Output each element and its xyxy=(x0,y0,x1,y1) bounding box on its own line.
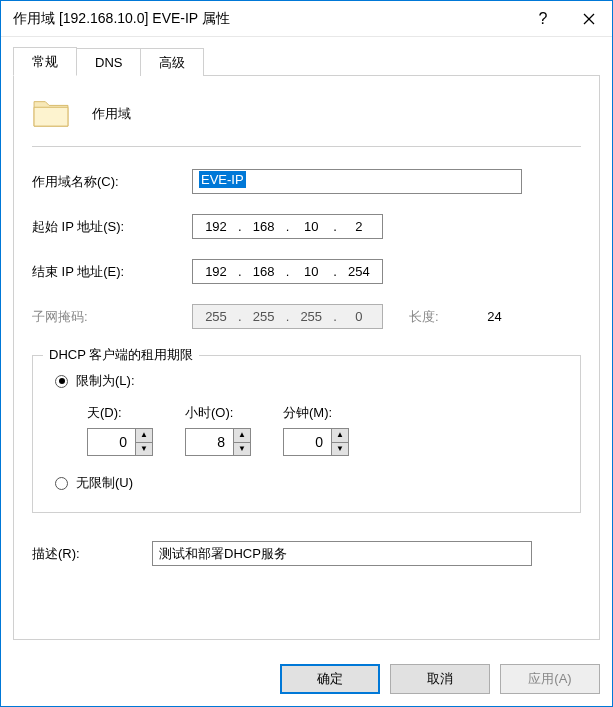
mask-octet-4 xyxy=(338,306,380,327)
start-ip-octet-4[interactable] xyxy=(338,216,380,237)
subnet-mask-label: 子网掩码: xyxy=(32,308,192,326)
apply-button: 应用(A) xyxy=(500,664,600,694)
tab-dns[interactable]: DNS xyxy=(76,48,141,76)
hours-column: 小时(O): ▲ ▼ xyxy=(185,404,251,456)
minutes-label: 分钟(M): xyxy=(283,404,349,422)
radio-unlimited-label: 无限制(U) xyxy=(76,474,133,492)
end-ip-label: 结束 IP 地址(E): xyxy=(32,263,192,281)
row-end-ip: 结束 IP 地址(E): . . . xyxy=(32,259,581,284)
scope-name-label: 作用域名称(C): xyxy=(32,173,192,191)
radio-limited-label: 限制为(L): xyxy=(76,372,135,390)
scope-name-input[interactable]: EVE-IP xyxy=(192,169,522,194)
row-start-ip: 起始 IP 地址(S): . . . xyxy=(32,214,581,239)
cancel-button[interactable]: 取消 xyxy=(390,664,490,694)
lease-fieldset: DHCP 客户端的租用期限 限制为(L): 天(D): ▲ ▼ xyxy=(32,355,581,513)
days-down-button[interactable]: ▼ xyxy=(136,443,152,456)
description-input[interactable] xyxy=(152,541,532,566)
content-area: 常规 DNS 高级 作用域 作用域名称(C): EVE-IP xyxy=(1,37,612,652)
folder-icon xyxy=(32,96,70,132)
days-spin-buttons: ▲ ▼ xyxy=(135,428,153,456)
minutes-value[interactable] xyxy=(283,428,331,456)
close-icon xyxy=(583,13,595,25)
row-description: 描述(R): xyxy=(32,541,581,566)
close-button[interactable] xyxy=(566,1,612,37)
start-ip-label: 起始 IP 地址(S): xyxy=(32,218,192,236)
start-ip-input[interactable]: . . . xyxy=(192,214,383,239)
ok-button[interactable]: 确定 xyxy=(280,664,380,694)
start-ip-octet-1[interactable] xyxy=(195,216,237,237)
panel-header: 作用域 xyxy=(32,96,581,132)
minutes-up-button[interactable]: ▲ xyxy=(332,429,348,443)
days-up-button[interactable]: ▲ xyxy=(136,429,152,443)
titlebar: 作用域 [192.168.10.0] EVE-IP 属性 ? xyxy=(1,1,612,37)
divider xyxy=(32,146,581,147)
start-ip-octet-2[interactable] xyxy=(243,216,285,237)
radio-unlimited[interactable] xyxy=(55,477,68,490)
end-ip-octet-1[interactable] xyxy=(195,261,237,282)
row-subnet-mask: 子网掩码: . . . 长度: 24 xyxy=(32,304,581,329)
tab-general[interactable]: 常规 xyxy=(13,47,77,76)
subnet-mask-input: . . . xyxy=(192,304,383,329)
scope-name-value: EVE-IP xyxy=(199,171,246,188)
end-ip-octet-3[interactable] xyxy=(290,261,332,282)
days-spinner[interactable]: ▲ ▼ xyxy=(87,428,153,456)
mask-octet-2 xyxy=(243,306,285,327)
panel-header-label: 作用域 xyxy=(92,105,131,123)
help-button[interactable]: ? xyxy=(520,1,566,37)
tab-panel-general: 作用域 作用域名称(C): EVE-IP 起始 IP 地址(S): . . . xyxy=(13,75,600,640)
dialog-button-row: 确定 取消 应用(A) xyxy=(1,652,612,706)
minutes-spin-buttons: ▲ ▼ xyxy=(331,428,349,456)
lease-spinner-group: 天(D): ▲ ▼ 小时(O): xyxy=(87,404,562,456)
mask-octet-1 xyxy=(195,306,237,327)
minutes-spinner[interactable]: ▲ ▼ xyxy=(283,428,349,456)
description-label: 描述(R): xyxy=(32,545,152,563)
minutes-column: 分钟(M): ▲ ▼ xyxy=(283,404,349,456)
end-ip-octet-4[interactable] xyxy=(338,261,380,282)
days-value[interactable] xyxy=(87,428,135,456)
days-label: 天(D): xyxy=(87,404,153,422)
lease-legend: DHCP 客户端的租用期限 xyxy=(43,346,199,364)
hours-up-button[interactable]: ▲ xyxy=(234,429,250,443)
hours-label: 小时(O): xyxy=(185,404,251,422)
hours-down-button[interactable]: ▼ xyxy=(234,443,250,456)
radio-limited[interactable] xyxy=(55,375,68,388)
days-column: 天(D): ▲ ▼ xyxy=(87,404,153,456)
hours-spin-buttons: ▲ ▼ xyxy=(233,428,251,456)
properties-dialog: 作用域 [192.168.10.0] EVE-IP 属性 ? 常规 DNS 高级… xyxy=(0,0,613,707)
minutes-down-button[interactable]: ▼ xyxy=(332,443,348,456)
tab-strip: 常规 DNS 高级 xyxy=(13,47,600,75)
tab-advanced[interactable]: 高级 xyxy=(140,48,204,76)
start-ip-octet-3[interactable] xyxy=(290,216,332,237)
window-title: 作用域 [192.168.10.0] EVE-IP 属性 xyxy=(13,10,520,28)
radio-unlimited-row[interactable]: 无限制(U) xyxy=(55,474,562,492)
end-ip-input[interactable]: . . . xyxy=(192,259,383,284)
end-ip-octet-2[interactable] xyxy=(243,261,285,282)
hours-value[interactable] xyxy=(185,428,233,456)
mask-length-value: 24 xyxy=(473,309,517,324)
hours-spinner[interactable]: ▲ ▼ xyxy=(185,428,251,456)
mask-length-label: 长度: xyxy=(409,308,439,326)
radio-limited-row[interactable]: 限制为(L): xyxy=(55,372,562,390)
row-scope-name: 作用域名称(C): EVE-IP xyxy=(32,169,581,194)
mask-octet-3 xyxy=(290,306,332,327)
